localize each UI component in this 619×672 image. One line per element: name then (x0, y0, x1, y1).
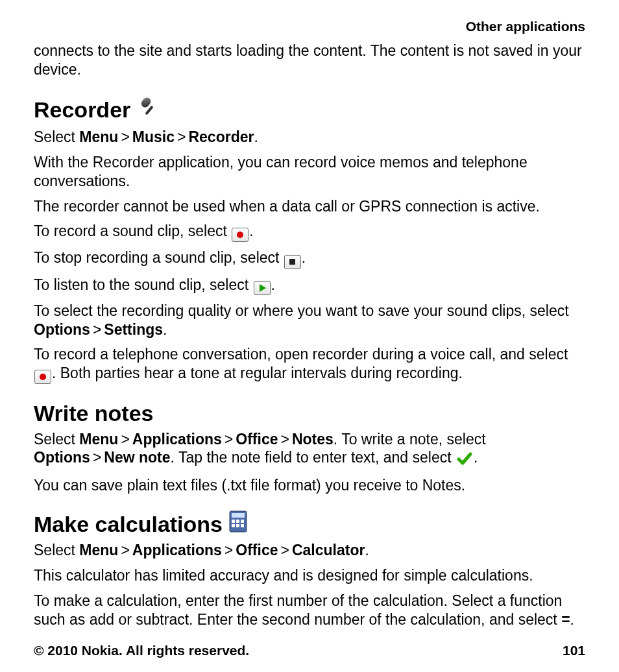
separator: > (121, 542, 129, 558)
copyright: © 2010 Nokia. All rights reserved. (34, 642, 249, 659)
text: To record a sound clip, select (34, 222, 231, 239)
text: . (302, 249, 306, 266)
text: . (474, 449, 478, 466)
svg-rect-6 (241, 520, 244, 523)
recorder-nav: Select Menu>Music>Recorder. (34, 128, 585, 147)
nav-office: Office (236, 542, 278, 558)
nav-menu: Menu (79, 431, 118, 448)
intro-paragraph: connects to the site and starts loading … (34, 42, 585, 79)
text: . Both parties hear a tone at regular in… (52, 365, 463, 381)
text: . To write a note, select (334, 431, 486, 448)
nav-settings: Settings (104, 321, 163, 338)
nav-menu: Menu (79, 128, 118, 145)
record-icon (34, 370, 51, 384)
recorder-stop-line: To stop recording a sound clip, select . (34, 248, 585, 269)
separator: > (93, 449, 101, 466)
equals-key: = (561, 611, 570, 628)
separator: > (225, 542, 233, 558)
svg-rect-7 (232, 524, 235, 527)
calc-desc-2: To make a calculation, enter the first n… (34, 592, 585, 629)
checkmark-icon (457, 451, 472, 470)
nav-options: Options (34, 449, 90, 466)
calc-heading-text: Make calculations (34, 510, 223, 538)
notes-heading: Write notes (34, 400, 585, 427)
recorder-record-line: To record a sound clip, select . (34, 222, 585, 242)
separator: > (121, 128, 129, 145)
nav-menu: Menu (79, 542, 118, 558)
nav-notes: Notes (292, 431, 334, 448)
text: . (254, 128, 258, 145)
recorder-call-line: To record a telephone conversation, open… (34, 345, 585, 384)
text: To record a telephone conversation, open… (34, 346, 568, 363)
nav-music: Music (132, 128, 175, 145)
text: . (271, 276, 275, 293)
text: . (570, 611, 574, 628)
nav-recorder: Recorder (188, 128, 254, 145)
text: . Tap the note field to enter text, and … (171, 449, 455, 466)
calculator-icon (229, 510, 247, 539)
page-footer: © 2010 Nokia. All rights reserved. 101 (34, 642, 585, 659)
calc-nav: Select Menu>Applications>Office>Calculat… (34, 541, 585, 560)
microphone-icon (137, 95, 162, 126)
text: To stop recording a sound clip, select (34, 249, 284, 266)
play-icon (254, 281, 271, 295)
recorder-play-line: To listen to the sound clip, select . (34, 276, 585, 295)
separator: > (121, 431, 129, 448)
separator: > (93, 321, 101, 338)
text: To select the recording quality or where… (34, 302, 569, 319)
nav-applications: Applications (132, 431, 222, 448)
recorder-heading-text: Recorder (34, 96, 130, 124)
nav-applications: Applications (132, 542, 222, 558)
text: Select (34, 542, 79, 558)
separator: > (280, 431, 289, 448)
text: To make a calculation, enter the first n… (34, 592, 562, 628)
text: Select (34, 128, 79, 145)
notes-nav: Select Menu>Applications>Office>Notes. T… (34, 430, 585, 470)
notes-heading-text: Write notes (34, 400, 154, 427)
text: Select (34, 431, 79, 448)
separator: > (225, 431, 233, 448)
recorder-heading: Recorder (34, 95, 585, 126)
recorder-settings-line: To select the recording quality or where… (34, 302, 585, 339)
svg-rect-8 (236, 524, 239, 527)
text: To listen to the sound clip, select (34, 276, 253, 293)
nav-calculator: Calculator (292, 542, 365, 558)
notes-desc: You can save plain text files (.txt file… (34, 476, 585, 495)
page-number: 101 (563, 642, 585, 659)
svg-rect-5 (236, 520, 239, 523)
text: . (365, 542, 369, 558)
svg-rect-9 (241, 524, 244, 527)
manual-page: Other applications connects to the site … (0, 0, 619, 672)
recorder-desc-2: The recorder cannot be used when a data … (34, 197, 585, 216)
calc-heading: Make calculations (34, 510, 585, 539)
nav-office: Office (236, 431, 278, 448)
text: . (249, 222, 253, 239)
record-icon (232, 228, 249, 242)
nav-new-note: New note (104, 449, 170, 466)
separator: > (280, 542, 289, 558)
text: . (163, 321, 167, 338)
recorder-desc-1: With the Recorder application, you can r… (34, 153, 585, 191)
svg-rect-4 (232, 520, 235, 523)
svg-rect-3 (232, 513, 245, 518)
running-header: Other applications (34, 18, 585, 35)
calc-desc-1: This calculator has limited accuracy and… (34, 566, 585, 585)
separator: > (177, 128, 186, 145)
nav-options: Options (34, 321, 90, 338)
stop-icon (284, 255, 301, 269)
